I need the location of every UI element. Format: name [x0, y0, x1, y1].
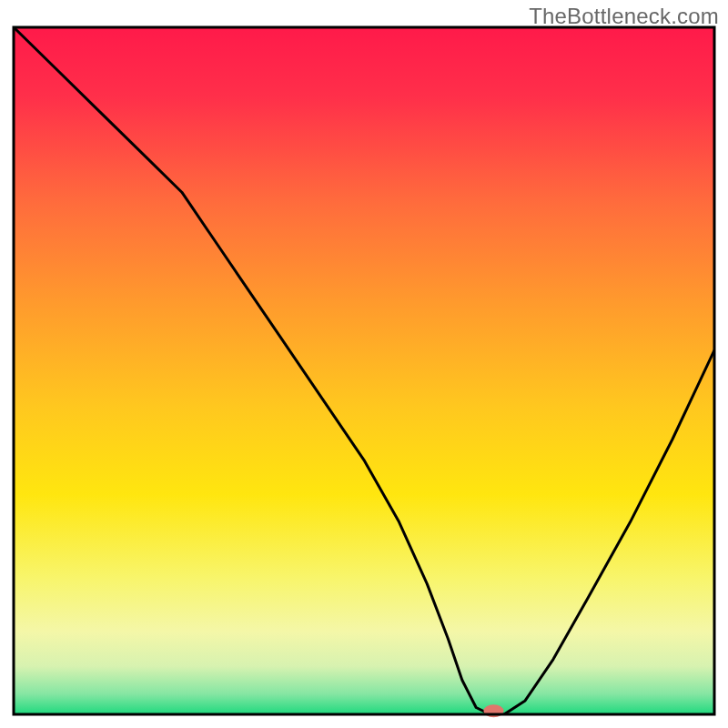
chart-container: TheBottleneck.com [0, 0, 728, 728]
watermark-text: TheBottleneck.com [529, 4, 719, 29]
plot-area [14, 27, 714, 717]
bottleneck-chart [0, 0, 728, 728]
